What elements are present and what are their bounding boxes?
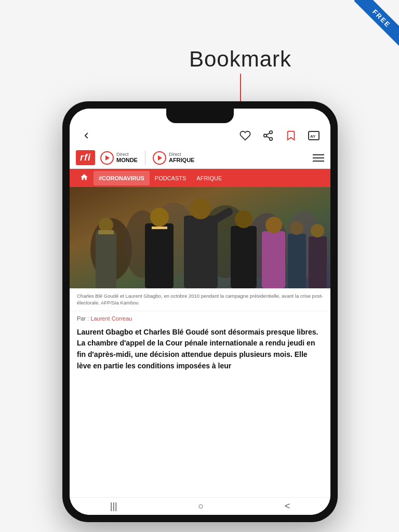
svg-rect-23 (262, 231, 285, 288)
free-ribbon: FREE (337, 0, 399, 62)
nav-podcasts[interactable]: PODCASTS (150, 171, 192, 185)
direct-monde-name: MONDE (116, 157, 138, 163)
svg-rect-21 (231, 226, 257, 288)
svg-point-1 (264, 134, 267, 137)
hamburger-menu[interactable] (313, 154, 324, 162)
play-monde-button[interactable] (100, 151, 114, 165)
direct-afrique-label: Direct (169, 152, 195, 157)
svg-point-19 (190, 198, 211, 219)
svg-rect-17 (152, 227, 167, 229)
free-ribbon-text: FREE (354, 0, 399, 46)
direct-monde[interactable]: Direct MONDE (100, 151, 138, 165)
play-monde-icon (105, 155, 110, 161)
bottom-nav-home[interactable]: ○ (198, 501, 204, 512)
svg-point-29 (290, 221, 303, 235)
svg-text:AY: AY (310, 134, 316, 139)
menu-line-2 (313, 157, 324, 158)
rfi-logo: rfi (76, 150, 95, 165)
author-line: Par : Laurent Correau (70, 311, 330, 324)
svg-point-22 (235, 210, 252, 228)
svg-point-16 (150, 208, 169, 227)
direct-monde-label: Direct (116, 152, 138, 157)
caption-text: Charles Blé Goudé et Laurent Gbagbo, en … (77, 293, 323, 305)
nav-home-button[interactable] (75, 169, 94, 187)
news-image (70, 187, 330, 288)
translate-button[interactable]: AY (307, 128, 321, 143)
svg-rect-25 (96, 231, 116, 288)
svg-line-4 (267, 133, 270, 135)
bottom-nav: ||| ○ < (70, 497, 330, 515)
direct-afrique-text: Direct AFRIQUE (169, 152, 195, 164)
news-image-svg (70, 187, 330, 288)
top-bar: AY (70, 124, 330, 147)
svg-rect-27 (98, 230, 114, 234)
svg-rect-30 (309, 236, 327, 288)
notch (166, 109, 234, 123)
direct-afrique[interactable]: Direct AFRIQUE (153, 151, 195, 165)
heart-button[interactable] (238, 128, 252, 143)
direct-afrique-name: AFRIQUE (169, 157, 195, 163)
svg-point-26 (99, 218, 113, 232)
nav-bar: #CORONAVIRUS PODCASTS AFRIQUE (70, 169, 330, 187)
play-afrique-button[interactable] (153, 151, 166, 165)
svg-rect-28 (288, 234, 306, 288)
caption: Charles Blé Goudé et Laurent Gbagbo, en … (70, 288, 330, 311)
svg-point-2 (270, 138, 273, 141)
svg-point-0 (270, 131, 273, 134)
menu-line-1 (313, 154, 324, 155)
screen: AY rfi Direct MONDE (70, 109, 330, 515)
nav-coronavirus[interactable]: #CORONAVIRUS (94, 171, 150, 185)
svg-rect-18 (184, 216, 218, 288)
menu-line-3 (313, 161, 324, 162)
svg-line-3 (267, 136, 270, 138)
phone-inner: AY rfi Direct MONDE (70, 109, 330, 515)
bottom-nav-back[interactable]: < (285, 501, 290, 512)
back-button[interactable] (79, 128, 94, 143)
svg-point-24 (265, 217, 282, 233)
svg-rect-15 (145, 223, 174, 288)
nav-afrique[interactable]: AFRIQUE (191, 171, 227, 185)
bookmark-label: Bookmark (189, 47, 291, 72)
header-divider (145, 151, 145, 165)
article-body: Laurent Gbagbo et Charles Blé Goudé sont… (77, 328, 318, 370)
author-prefix: Par : (77, 315, 89, 322)
play-afrique-icon (158, 155, 162, 161)
phone-frame: AY rfi Direct MONDE (62, 101, 338, 522)
share-button[interactable] (261, 128, 275, 143)
direct-monde-text: Direct MONDE (116, 152, 138, 164)
article-text: Laurent Gbagbo et Charles Blé Goudé sont… (70, 324, 330, 379)
bookmark-button[interactable] (284, 128, 298, 143)
author-name[interactable]: Laurent Correau (90, 315, 132, 322)
bottom-nav-menu[interactable]: ||| (110, 501, 117, 512)
svg-point-31 (311, 224, 324, 237)
rfi-header: rfi Direct MONDE Direct (70, 147, 330, 169)
